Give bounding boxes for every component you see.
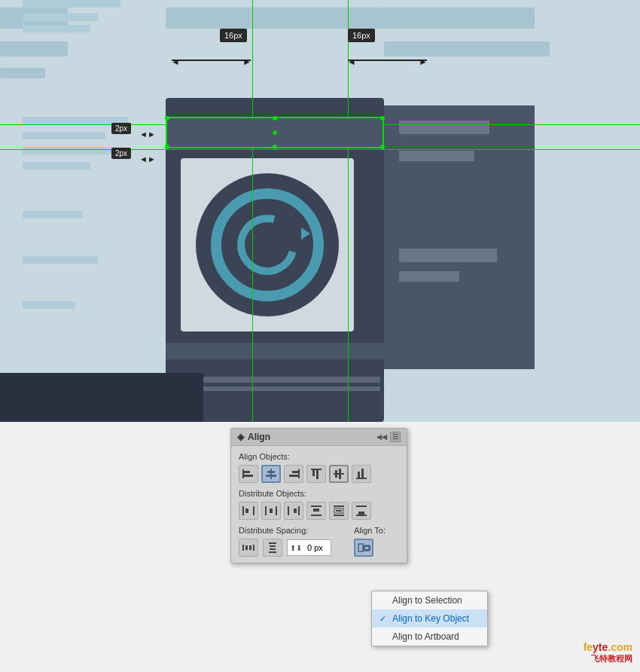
svg-rect-2	[244, 475, 253, 477]
svg-rect-38	[253, 545, 254, 551]
right-panel	[384, 105, 535, 369]
distribute-objects-label: Distribute Objects:	[239, 489, 399, 498]
selection-handle	[165, 116, 169, 121]
measure-2px-bottom: 2px	[111, 148, 131, 159]
svg-rect-19	[253, 506, 254, 515]
svg-rect-3	[270, 469, 272, 479]
bottom-section: Distribute Spacing: ⬆⬇ Align To:	[239, 526, 399, 557]
bg-tile	[384, 8, 535, 29]
left-strip	[23, 256, 98, 264]
selection-handle	[380, 116, 385, 121]
svg-rect-14	[339, 469, 341, 479]
dist-space-v-btn[interactable]	[263, 539, 282, 557]
align-to-label: Align To:	[354, 526, 399, 535]
watermark-text: feyte.com	[584, 641, 632, 653]
wm-bottom-strip	[166, 343, 384, 359]
bg-tile	[0, 41, 68, 57]
align-right-btn[interactable]	[284, 465, 303, 483]
dist-left-btn[interactable]	[239, 502, 258, 520]
wm-display-area	[181, 158, 354, 331]
svg-rect-16	[358, 472, 360, 478]
svg-rect-8	[289, 475, 298, 477]
left-strip	[23, 147, 117, 154]
align-to-section: Align To:	[354, 526, 399, 557]
guide-horizontal	[0, 149, 640, 150]
svg-rect-28	[311, 515, 322, 516]
svg-rect-40	[249, 545, 251, 550]
align-objects-row	[239, 465, 399, 483]
align-left-btn[interactable]	[239, 465, 258, 483]
left-strip	[23, 25, 90, 32]
align-to-selection-item[interactable]: Align to Selection	[372, 591, 487, 609]
align-to-key-object-label: Align to Key Object	[392, 613, 469, 624]
selection-handle	[273, 116, 277, 121]
menu-button[interactable]: ☰	[390, 432, 401, 442]
svg-rect-0	[242, 469, 244, 478]
dist-middle-btn[interactable]	[329, 502, 349, 520]
svg-rect-29	[313, 509, 319, 512]
wm-foot-right	[309, 359, 346, 373]
bg-tile	[0, 68, 45, 78]
align-panel: ◈ Align ◀◀ ☰ Align Objects:	[230, 428, 407, 564]
align-to-key-object-item[interactable]: ✓ Align to Key Object	[372, 609, 487, 628]
left-strip	[23, 162, 90, 170]
distribute-spacing-section: Distribute Spacing: ⬆⬇	[239, 526, 348, 557]
left-strip	[23, 211, 83, 218]
spacing-stepper[interactable]: ⬆⬇	[287, 539, 331, 556]
collapse-btn[interactable]: ◀◀	[376, 433, 387, 441]
dist-center-btn[interactable]	[261, 502, 281, 520]
watermark: feyte.com 飞特教程网	[584, 641, 632, 664]
distribute-objects-row	[239, 502, 399, 520]
guide-vertical	[252, 0, 253, 422]
panel-body: Align Objects:	[231, 446, 407, 563]
svg-rect-10	[312, 470, 315, 476]
svg-rect-13	[335, 470, 337, 478]
right-panel-bar	[399, 121, 489, 134]
panel-titlebar: ◈ Align ◀◀ ☰	[231, 429, 407, 446]
panel-title: Align	[248, 432, 270, 442]
svg-rect-44	[270, 548, 276, 550]
arrow-2px-top: ◄►	[139, 127, 156, 140]
svg-rect-31	[334, 515, 344, 516]
svg-rect-41	[269, 542, 276, 544]
svg-rect-23	[270, 509, 273, 513]
svg-rect-5	[266, 475, 276, 477]
svg-rect-9	[311, 469, 322, 470]
svg-rect-20	[245, 509, 248, 513]
align-bottom-btn[interactable]	[352, 465, 371, 483]
svg-rect-43	[270, 545, 276, 547]
dist-bottom-btn[interactable]	[352, 502, 371, 520]
panel-controls: ◀◀ ☰	[376, 432, 401, 442]
svg-rect-30	[334, 506, 344, 507]
distribute-spacing-row: ⬆⬇	[239, 539, 348, 557]
align-to-artboard-item[interactable]: Align to Artboard	[372, 628, 487, 646]
svg-rect-34	[356, 506, 367, 507]
align-top-btn[interactable]	[306, 465, 326, 483]
svg-rect-7	[292, 471, 298, 473]
align-center-h-btn[interactable]	[261, 465, 281, 483]
bg-tile	[384, 41, 550, 57]
spacing-input[interactable]	[304, 540, 331, 555]
dark-bottom-strip	[0, 373, 203, 422]
dist-right-btn[interactable]	[284, 502, 303, 520]
checkmark-key-object: ✓	[379, 614, 389, 624]
svg-rect-25	[298, 506, 300, 515]
align-to-selection-label: Align to Selection	[392, 595, 462, 606]
svg-rect-27	[311, 506, 322, 507]
dist-space-h-btn[interactable]	[239, 539, 258, 557]
align-icon: ◈	[237, 432, 244, 442]
svg-rect-11	[316, 470, 318, 479]
align-to-key-btn[interactable]	[354, 539, 373, 557]
align-center-v-btn[interactable]	[329, 465, 349, 483]
dist-top-btn[interactable]	[306, 502, 326, 520]
svg-rect-18	[242, 506, 244, 515]
svg-rect-37	[242, 545, 244, 551]
align-objects-label: Align Objects:	[239, 452, 399, 461]
svg-rect-32	[336, 510, 342, 512]
arrow-left: ◄ ►	[172, 57, 251, 64]
bg-tile	[166, 8, 384, 29]
svg-rect-4	[267, 471, 275, 473]
wm-arrow	[301, 228, 310, 240]
svg-rect-6	[298, 469, 300, 478]
spinner-icon[interactable]: ⬆⬇	[288, 544, 304, 552]
